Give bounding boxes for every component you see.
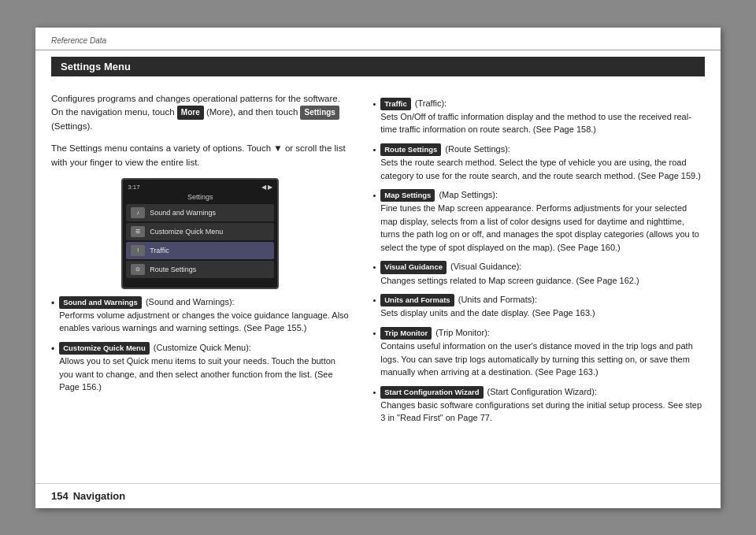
screenshot: 3:17 ◀ ▶ Settings ♪ Sound and Warnings ☰…	[121, 178, 279, 289]
footer: 154 Navigation	[35, 483, 721, 508]
bullet-sound-warnings: • Sound and Warnings (Sound and Warnings…	[51, 295, 349, 335]
screenshot-item-route: ⊙ Route Settings	[126, 261, 274, 278]
footer-label: Navigation	[73, 490, 125, 502]
screenshot-arrows: ◀ ▶	[261, 184, 272, 191]
tag-traffic: Traffic	[380, 98, 411, 110]
customize-icon: ☰	[131, 226, 145, 237]
bullet-dot-2: •	[51, 342, 54, 356]
bullet-customize-quick-menu: • Customize Quick Menu (Customize Quick …	[51, 341, 349, 394]
bullet-dot-1: •	[51, 296, 54, 310]
more-button-inline: More	[177, 106, 204, 120]
screenshot-item-traffic: ! Traffic	[126, 242, 274, 259]
intro-paragraph-2: The Settings menu contains a variety of …	[51, 142, 349, 170]
bullet-trip-monitor: • Trip Monitor (Trip Monitor):Contains u…	[372, 326, 705, 379]
tag-customize-quick-menu: Customize Quick Menu	[59, 342, 150, 355]
tag-visual-guidance: Visual Guidance	[380, 261, 447, 273]
right-bullets: • Traffic (Traffic):Sets On/Off of traff…	[372, 97, 705, 425]
settings-button-inline: Settings	[300, 106, 339, 120]
bullet-visual-guidance: • Visual Guidance (Visual Guidance):Chan…	[372, 260, 705, 287]
bullet-traffic: • Traffic (Traffic):Sets On/Off of traff…	[372, 97, 705, 136]
header-bar: Reference Data	[35, 28, 721, 50]
bullet-start-config-wizard: • Start Configuration Wizard (Start Conf…	[372, 385, 705, 425]
bullet-map-settings: • Map Settings (Map Settings):Fine tunes…	[372, 188, 705, 254]
bullet-units-formats: • Units and Formats (Units and Formats):…	[372, 293, 705, 320]
left-column: Configures programs and changes operatio…	[51, 84, 365, 502]
tag-units-formats: Units and Formats	[380, 294, 454, 307]
screenshot-title: Settings	[123, 191, 277, 202]
tag-sound-warnings: Sound and Warnings	[59, 296, 142, 309]
right-column: • Traffic (Traffic):Sets On/Off of traff…	[365, 84, 705, 502]
section-title: Settings Menu	[51, 57, 705, 76]
tag-map-settings: Map Settings	[380, 189, 435, 202]
bullet-route-settings: • Route Settings (Route Settings):Sets t…	[372, 143, 705, 182]
route-icon: ⊙	[131, 264, 145, 275]
screenshot-status-bar: 3:17 ◀ ▶	[123, 183, 277, 191]
tag-route-settings: Route Settings	[380, 143, 441, 156]
tag-trip-monitor: Trip Monitor	[380, 327, 432, 340]
page-number: 154	[51, 490, 69, 502]
left-bullets: • Sound and Warnings (Sound and Warnings…	[51, 295, 349, 394]
tag-start-config-wizard: Start Configuration Wizard	[380, 386, 483, 399]
traffic-icon: !	[131, 245, 145, 256]
screenshot-time: 3:17	[128, 184, 140, 191]
header-label: Reference Data	[51, 36, 106, 45]
screenshot-item-customize: ☰ Customize Quick Menu	[126, 223, 274, 240]
intro-paragraph-1: Configures programs and changes operatio…	[51, 92, 349, 134]
page: Reference Data Settings Menu Configures …	[35, 28, 721, 508]
sound-icon: ♪	[131, 207, 145, 218]
screenshot-item-sound: ♪ Sound and Warnings	[126, 204, 274, 221]
main-content: Configures programs and changes operatio…	[35, 84, 721, 502]
